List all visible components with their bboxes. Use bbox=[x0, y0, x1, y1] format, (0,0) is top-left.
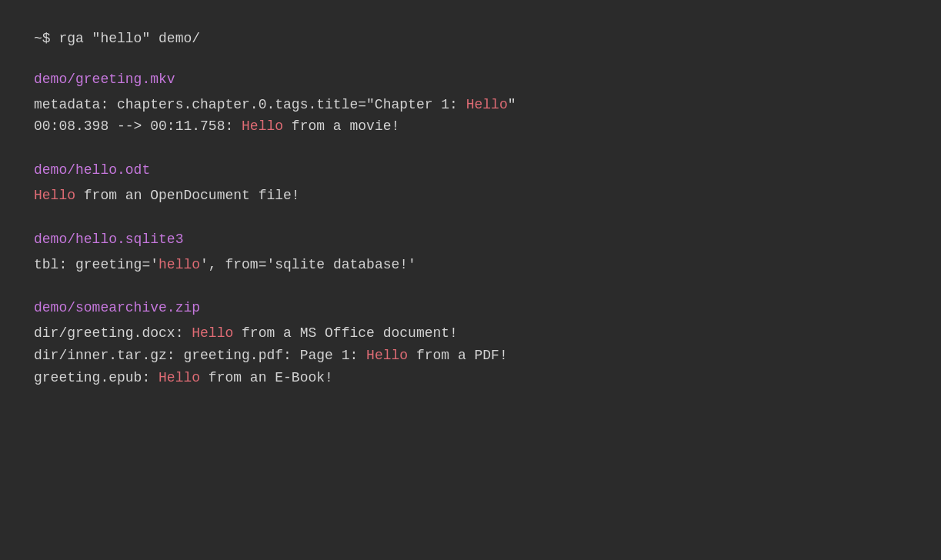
file-section-greeting-mkv: demo/greeting.mkvmetadata: chapters.chap… bbox=[34, 68, 907, 138]
output-line-greeting-mkv-0: metadata: chapters.chapter.0.tags.title=… bbox=[34, 94, 907, 116]
highlight-text: Hello bbox=[192, 325, 233, 341]
highlight-text: Hello bbox=[466, 97, 508, 112]
highlight-text: Hello bbox=[366, 348, 408, 363]
output-line-somearchive-zip-1: dir/inner.tar.gz: greeting.pdf: Page 1: … bbox=[34, 345, 907, 367]
output-line-somearchive-zip-0: dir/greeting.docx: Hello from a MS Offic… bbox=[34, 322, 907, 345]
file-section-hello-sqlite3: demo/hello.sqlite3tbl: greeting='hello',… bbox=[34, 228, 907, 276]
highlight-text: Hello bbox=[34, 188, 75, 203]
filename-somearchive-zip: demo/somearchive.zip bbox=[34, 297, 907, 319]
filename-hello-sqlite3: demo/hello.sqlite3 bbox=[34, 228, 907, 251]
output-line-somearchive-zip-2: greeting.epub: Hello from an E-Book! bbox=[34, 367, 907, 389]
file-section-hello-odt: demo/hello.odtHello from an OpenDocument… bbox=[34, 159, 907, 207]
highlight-text: Hello bbox=[159, 370, 200, 385]
output-line-hello-sqlite3-0: tbl: greeting='hello', from='sqlite data… bbox=[34, 254, 907, 276]
terminal-window: ~$ rga "hello" demo/ demo/greeting.mkvme… bbox=[0, 0, 941, 560]
file-section-somearchive-zip: demo/somearchive.zipdir/greeting.docx: H… bbox=[34, 297, 907, 388]
filename-hello-odt: demo/hello.odt bbox=[34, 159, 907, 182]
output-line-hello-odt-0: Hello from an OpenDocument file! bbox=[34, 185, 907, 207]
highlight-text: hello bbox=[159, 257, 200, 272]
filename-greeting-mkv: demo/greeting.mkv bbox=[34, 68, 907, 91]
prompt-line: ~$ rga "hello" demo/ bbox=[34, 28, 907, 50]
output-line-greeting-mkv-1: 00:08.398 --> 00:11.758: Hello from a mo… bbox=[34, 115, 907, 138]
highlight-text: Hello bbox=[242, 118, 283, 134]
